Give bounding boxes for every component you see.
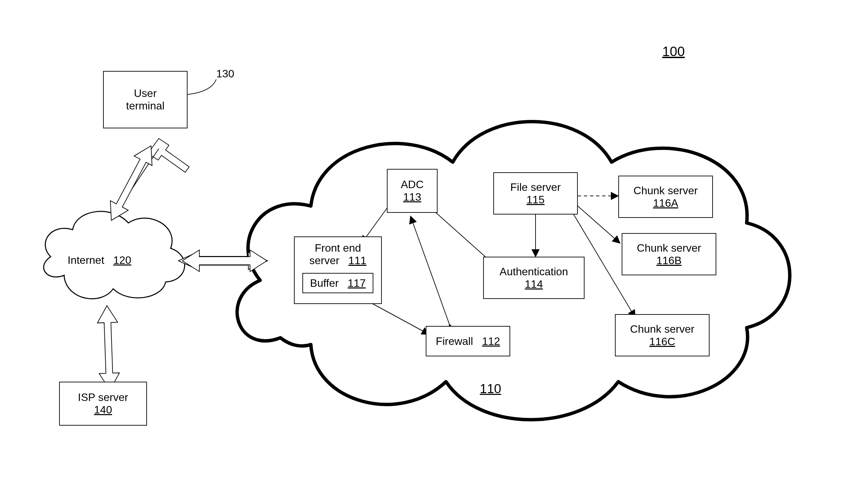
node-chunk-server-a: Chunk server 116A [618,176,713,218]
buffer-label: Buffer [310,277,339,289]
isp-server-label: ISP server [78,391,128,404]
buffer-ref: 117 [348,277,366,289]
user-terminal-label2: terminal [126,100,165,112]
internet-ref: 120 [113,254,131,266]
svg-marker-5 [97,305,120,390]
firewall-ref: 112 [482,335,500,347]
node-front-end-server: Front end server 111 Buffer 117 [294,236,382,304]
adc-ref: 113 [403,191,421,203]
svg-line-7 [411,216,449,324]
user-terminal-ref: 130 [216,68,234,80]
svg-marker-1 [148,138,189,172]
node-chunk-server-b: Chunk server 116B [622,233,716,275]
file-server-ref: 115 [526,194,544,206]
node-isp-server: ISP server 140 [59,382,147,426]
front-end-label1: Front end [315,242,361,254]
svg-line-12 [578,206,620,243]
chunk-a-ref: 116A [653,197,678,209]
firewall-row: Firewall 112 [436,335,500,348]
node-firewall: Firewall 112 [426,326,510,356]
chunk-b-label: Chunk server [637,242,701,254]
buffer-row: Buffer 117 [310,277,366,289]
node-authentication: Authentication 114 [483,257,585,299]
auth-label: Authentication [500,265,568,278]
chunk-c-ref: 116C [649,335,675,348]
node-internet: Internet 120 [68,254,131,267]
svg-marker-3 [182,250,267,272]
cloud-system-ref: 110 [480,382,501,396]
chunk-c-label: Chunk server [630,323,694,335]
file-server-label: File server [510,181,561,194]
node-adc: ADC 113 [387,169,438,213]
front-end-label2-row: server 111 [309,254,367,267]
isp-server-ref: 140 [94,404,112,416]
chunk-a-label: Chunk server [634,184,698,197]
svg-line-6 [370,302,429,334]
user-terminal-label1: User [134,87,157,100]
figure-ref: 100 [662,44,685,59]
svg-marker-4 [102,141,160,225]
adc-label: ADC [401,178,424,191]
svg-line-2 [125,149,159,199]
node-buffer: Buffer 117 [302,273,373,293]
node-chunk-server-c: Chunk server 116C [615,314,710,356]
node-user-terminal: User terminal [103,71,188,128]
front-end-label2: server [309,254,340,267]
chunk-b-ref: 116B [656,254,682,267]
internet-label: Internet [68,254,104,266]
firewall-label: Firewall [436,335,473,347]
svg-rect-0 [198,256,248,265]
node-file-server: File server 115 [493,172,578,214]
auth-ref: 114 [525,278,543,290]
front-end-ref: 111 [348,254,366,267]
